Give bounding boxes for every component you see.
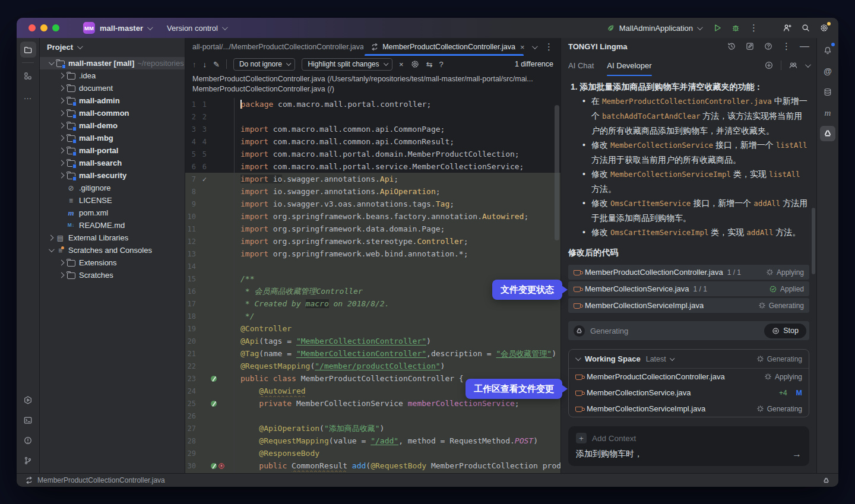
editor-tab-active[interactable]: MemberProductCollectionController.java ×	[363, 38, 525, 56]
diff-settings-icon[interactable]	[410, 59, 420, 69]
project-switcher[interactable]: mall-master	[100, 24, 151, 33]
chevron-down-icon[interactable]	[48, 59, 54, 65]
working-space-filter[interactable]: Latest	[646, 355, 673, 363]
zoom-window-button[interactable]	[52, 24, 59, 31]
chevron-right-icon[interactable]	[58, 135, 64, 141]
working-space-file-row[interactable]: MemberProductCollectionController.javaAp…	[569, 369, 809, 385]
tree-item[interactable]: ⊘.gitignore	[40, 182, 185, 194]
chevron-down-icon[interactable]	[48, 246, 54, 252]
tree-item[interactable]: Extensions	[40, 256, 185, 269]
project-panel-header[interactable]: Project	[40, 38, 185, 56]
collapse-chevron-icon[interactable]	[575, 355, 581, 361]
lingma-status-icon[interactable]	[822, 477, 830, 484]
version-control-menu[interactable]: Version control	[167, 24, 226, 33]
ai-assistant-button[interactable]: @	[820, 64, 835, 79]
tree-item[interactable]: mall-common	[40, 107, 185, 119]
swap-sides-icon[interactable]: ⇆	[426, 60, 433, 69]
previous-change-button[interactable]: ↑	[192, 60, 197, 69]
editor-scrollbar[interactable]	[555, 105, 559, 240]
collapse-unchanged-icon[interactable]: ×	[399, 60, 404, 69]
chat-scrollbar[interactable]	[812, 208, 815, 274]
chevron-right-icon[interactable]	[58, 173, 64, 179]
chevron-right-icon[interactable]	[58, 272, 64, 278]
tool-structure-button[interactable]	[20, 68, 36, 84]
more-options-icon[interactable]: ⋮	[782, 41, 791, 52]
tab-list-chevron-icon[interactable]	[532, 43, 538, 49]
run-configuration-selector[interactable]: MallAdminApplication	[606, 24, 701, 33]
help-icon[interactable]: ?	[439, 60, 444, 69]
tab-ai-developer[interactable]: AI Developer	[607, 55, 651, 76]
chevron-right-icon[interactable]	[58, 260, 64, 266]
debug-button[interactable]	[731, 23, 740, 33]
tool-project-button[interactable]	[20, 42, 36, 58]
tree-item[interactable]: mall-portal	[40, 144, 185, 157]
chevron-right-icon[interactable]	[58, 110, 64, 116]
tree-item[interactable]: document	[40, 82, 185, 94]
run-button[interactable]	[712, 23, 722, 33]
working-space-header[interactable]: Working Space Latest Generating	[569, 350, 809, 369]
ignore-policy-dropdown[interactable]: Do not ignore	[233, 58, 296, 71]
working-space-file-row[interactable]: MemberCollectionServiceImpl.javaGenerati…	[569, 401, 809, 417]
next-change-button[interactable]: ↓	[203, 60, 207, 69]
changed-file-row[interactable]: MemberCollectionServiceImpl.javaGenerati…	[568, 298, 809, 313]
tree-item[interactable]: mall-admin	[40, 94, 185, 107]
endpoint-icon[interactable]	[218, 463, 224, 469]
tree-item[interactable]: mall-security	[40, 169, 185, 182]
new-chat-icon[interactable]	[745, 42, 755, 51]
changed-file-row[interactable]: MemberProductCollectionController.java1 …	[568, 265, 809, 280]
working-space-file-row[interactable]: MemberCollectionService.java+4M	[569, 385, 809, 401]
highlight-policy-dropdown[interactable]: Highlight split changes	[302, 58, 392, 71]
chevron-right-icon[interactable]	[48, 235, 53, 241]
tree-item[interactable]: mall-master [mall]~/repositories	[40, 57, 185, 69]
stop-button[interactable]: Stop	[764, 324, 806, 338]
tool-terminal-button[interactable]	[20, 412, 36, 428]
chat-input-card[interactable]: + Add Context 添加到购物车时， →	[568, 426, 809, 466]
chevron-down-icon[interactable]	[805, 62, 811, 68]
editor-tab-inactive[interactable]: all-portal/.../MemberProductCollectionCo…	[185, 38, 363, 56]
tab-ai-chat[interactable]: AI Chat	[568, 55, 594, 76]
tree-item[interactable]: mall-mbg	[40, 132, 185, 144]
hide-panel-icon[interactable]: —	[800, 41, 809, 52]
chevron-right-icon[interactable]	[58, 123, 64, 129]
chat-input-text[interactable]: 添加到购物车时，	[576, 449, 642, 459]
tree-item[interactable]: mall-search	[40, 157, 185, 169]
history-icon[interactable]	[727, 42, 736, 51]
sessions-icon[interactable]	[788, 61, 798, 70]
tree-item[interactable]: ≡Scratches and Consoles	[40, 244, 185, 256]
tree-item[interactable]: .idea	[40, 69, 185, 82]
tool-problems-button[interactable]	[20, 432, 36, 448]
help-icon[interactable]	[764, 42, 773, 51]
close-tab-icon[interactable]: ×	[520, 43, 525, 52]
maven-button[interactable]: m	[820, 105, 835, 121]
more-tool-windows-button[interactable]: …	[20, 88, 36, 104]
chevron-right-icon[interactable]	[58, 73, 64, 79]
search-everywhere-icon[interactable]	[801, 23, 810, 33]
spring-bean-icon[interactable]	[211, 376, 217, 382]
database-button[interactable]	[820, 84, 835, 100]
new-session-icon[interactable]	[764, 61, 774, 70]
tree-item[interactable]: mall-demo	[40, 119, 185, 132]
chevron-right-icon[interactable]	[58, 160, 64, 166]
tree-item[interactable]: ▤External Libraries	[40, 232, 185, 244]
changed-file-row[interactable]: MemberCollectionService.java1 / 1Applied	[568, 281, 809, 296]
send-icon[interactable]: →	[792, 449, 802, 459]
chevron-right-icon[interactable]	[58, 85, 64, 91]
lingma-button[interactable]	[820, 126, 835, 141]
tree-item[interactable]: Scratches	[40, 269, 185, 281]
close-window-button[interactable]	[28, 24, 36, 31]
edit-source-icon[interactable]: ✎	[213, 60, 220, 69]
tool-git-button[interactable]	[20, 452, 36, 468]
chevron-right-icon[interactable]	[58, 98, 64, 104]
spring-bean-icon[interactable]	[211, 463, 217, 469]
more-run-actions-icon[interactable]: ⋮	[749, 23, 758, 33]
chevron-right-icon[interactable]	[58, 148, 64, 154]
tree-item[interactable]: ≡LICENSE	[40, 194, 185, 207]
tree-item[interactable]: mpom.xml	[40, 207, 185, 219]
add-context-button[interactable]: + Add Context	[576, 433, 802, 443]
minimize-window-button[interactable]	[40, 24, 48, 31]
editor-options-icon[interactable]: ⋮	[544, 42, 553, 52]
tree-item[interactable]: M↓README.md	[40, 219, 185, 232]
notifications-button[interactable]	[820, 43, 835, 58]
code-with-me-icon[interactable]	[783, 23, 792, 33]
settings-icon[interactable]	[819, 23, 829, 33]
